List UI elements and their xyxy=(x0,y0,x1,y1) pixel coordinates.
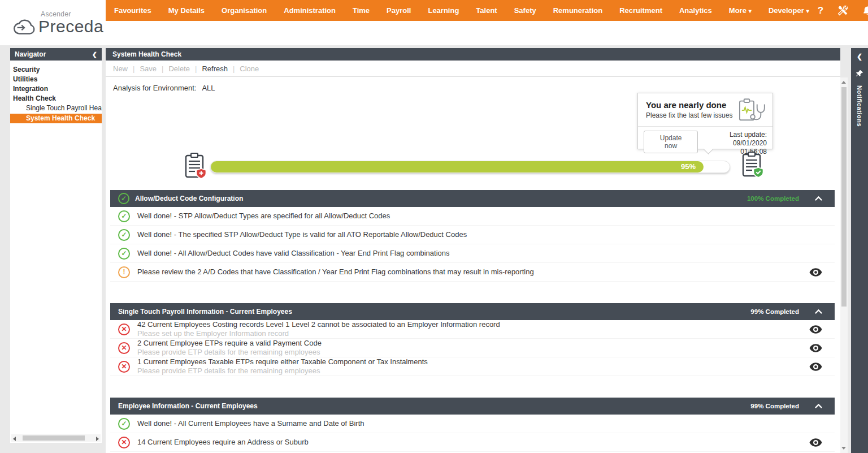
health-check-row: ✕1 Current Employees Taxable ETPs requir… xyxy=(110,357,835,376)
notifications-bell-icon[interactable] xyxy=(862,6,868,16)
scroll-up-arrow[interactable] xyxy=(840,79,848,86)
row-message: 2 Current Employee ETPs require a valid … xyxy=(137,339,322,348)
nav-item-talent[interactable]: Talent xyxy=(467,0,505,21)
row-text: Well done! - All Allow/Deduct Codes have… xyxy=(137,249,450,258)
navigator-header: Navigator ❮ xyxy=(10,48,102,61)
analysis-value: ALL xyxy=(202,84,215,92)
toolbar: New|Save|Delete|Refresh|Clone xyxy=(106,61,840,77)
section-header[interactable]: ✓Allow/Deduct Code Configuration100% Com… xyxy=(110,190,835,207)
nav-items: FavouritesMy DetailsOrganisationAdminist… xyxy=(106,0,818,21)
scroll-down-arrow[interactable] xyxy=(840,445,848,452)
health-check-row: ✓Well done! - STP Allow/Deduct Types are… xyxy=(110,207,835,226)
sidebar-item-utilities[interactable]: Utilities xyxy=(10,75,102,84)
nav-item-remuneration[interactable]: Remuneration xyxy=(545,0,611,21)
check-circle-icon: ✓ xyxy=(118,229,130,241)
row-text: 2 Current Employee ETPs require a valid … xyxy=(137,339,322,357)
tools-icon[interactable] xyxy=(837,5,848,16)
hscroll-thumb[interactable] xyxy=(23,435,85,441)
pin-icon[interactable] xyxy=(851,70,868,77)
row-message: Please review the 2 A/D Codes that have … xyxy=(137,268,534,277)
check-circle-icon: ✓ xyxy=(118,248,130,260)
row-message: 42 Current Employees Costing records Lev… xyxy=(137,320,500,329)
cloud-logo-icon xyxy=(12,18,37,38)
nav-item-my-details[interactable]: My Details xyxy=(160,0,213,21)
nav-item-organisation[interactable]: Organisation xyxy=(213,0,275,21)
view-details-eye-icon[interactable] xyxy=(809,438,822,447)
health-check-sections: ✓Allow/Deduct Code Configuration100% Com… xyxy=(110,190,835,453)
notifications-rail: ❮ Notifications xyxy=(851,48,868,453)
health-check-row: ✕42 Current Employees Costing records Le… xyxy=(110,320,835,339)
completed-badge: 99% Completed xyxy=(750,308,799,315)
section-title: Allow/Deduct Code Configuration xyxy=(135,195,243,202)
clipboard-healthy-icon xyxy=(741,150,764,180)
status-card: You are nearly done Please fix the last … xyxy=(637,93,773,149)
section-title: Single Touch Payroll Information - Curre… xyxy=(118,308,292,316)
chevron-down-icon: ▾ xyxy=(806,8,809,14)
nav-item-safety[interactable]: Safety xyxy=(506,0,545,21)
row-instruction: Please provide ETP details for the remai… xyxy=(137,348,322,357)
section-allow-deduct-code-configuration: ✓Allow/Deduct Code Configuration100% Com… xyxy=(110,190,835,282)
row-text: Please review the 2 A/D Codes that have … xyxy=(137,268,534,277)
new-button[interactable]: New xyxy=(113,64,128,73)
analysis-label: Analysis for Environment: xyxy=(113,84,196,92)
toolbar-separator: | xyxy=(195,64,197,73)
completed-badge: 99% Completed xyxy=(750,403,799,409)
toolbar-separator: | xyxy=(133,64,134,73)
chevron-down-icon: ▾ xyxy=(749,8,752,14)
sidebar-item-system-health-check[interactable]: System Health Check xyxy=(10,114,102,123)
scroll-right-arrow[interactable] xyxy=(94,434,101,442)
progress-percent-label: 95% xyxy=(681,162,696,171)
nav-item-learning[interactable]: Learning xyxy=(419,0,467,21)
view-details-eye-icon[interactable] xyxy=(809,344,822,352)
collapse-chevron-up-icon[interactable] xyxy=(815,404,822,408)
nav-item-recruitment[interactable]: Recruitment xyxy=(611,0,671,21)
collapse-chevron-up-icon[interactable] xyxy=(815,196,822,201)
row-text: 1 Current Employees Taxable ETPs require… xyxy=(137,357,428,376)
notifications-collapse-icon[interactable]: ❮ xyxy=(851,53,868,61)
collapse-chevron-up-icon[interactable] xyxy=(815,309,822,314)
toolbar-separator: | xyxy=(162,64,163,73)
toolbar-separator: | xyxy=(233,64,235,73)
update-now-button[interactable]: Update now xyxy=(644,131,698,153)
sidebar-item-health-check[interactable]: Health Check xyxy=(10,94,102,103)
row-message: Well done! - STP Allow/Deduct Types are … xyxy=(137,212,390,221)
health-check-stethoscope-icon xyxy=(739,97,768,126)
health-check-row: ✕2 Current Employee ETPs require a valid… xyxy=(110,339,835,357)
navigator-sidebar: Navigator ❮ SecurityUtilitiesIntegration… xyxy=(10,48,102,443)
health-check-row: !Please review the 2 A/D Codes that have… xyxy=(110,263,835,282)
section-title: Employee Information - Current Employees xyxy=(118,402,258,410)
row-message: Well done! - All Allow/Deduct Codes have… xyxy=(137,249,450,258)
content-body: Analysis for Environment:ALL You are nea… xyxy=(106,77,840,453)
check-circle-icon: ✓ xyxy=(118,418,130,430)
nav-dropdown-more[interactable]: More▾ xyxy=(721,0,760,21)
view-details-eye-icon[interactable] xyxy=(809,325,822,334)
view-details-eye-icon[interactable] xyxy=(809,363,822,371)
row-text: Well done! - STP Allow/Deduct Types are … xyxy=(137,212,390,221)
refresh-button[interactable]: Refresh xyxy=(202,64,228,73)
help-icon[interactable]: ? xyxy=(818,5,823,16)
section-header[interactable]: Employee Information - Current Employees… xyxy=(110,398,835,415)
notifications-tab[interactable]: Notifications xyxy=(856,85,863,127)
scroll-left-arrow[interactable] xyxy=(11,434,18,442)
sidebar-item-single-touch-payroll-health-check[interactable]: Single Touch Payroll Health Check xyxy=(10,103,102,113)
nav-item-favourites[interactable]: Favourites xyxy=(106,0,160,21)
clone-button[interactable]: Clone xyxy=(240,64,259,73)
navigator-collapse-icon[interactable]: ❮ xyxy=(92,48,97,61)
delete-button[interactable]: Delete xyxy=(168,64,190,73)
view-details-eye-icon[interactable] xyxy=(809,268,822,277)
sidebar-item-integration[interactable]: Integration xyxy=(10,84,102,94)
nav-item-payroll[interactable]: Payroll xyxy=(378,0,419,21)
nav-item-analytics[interactable]: Analytics xyxy=(671,0,721,21)
nav-item-administration[interactable]: Administration xyxy=(275,0,344,21)
section-header[interactable]: Single Touch Payroll Information - Curre… xyxy=(110,303,835,320)
vscroll-thumb[interactable] xyxy=(841,87,847,307)
error-circle-icon: ✕ xyxy=(118,361,130,373)
save-button[interactable]: Save xyxy=(140,64,157,73)
check-circle-icon: ✓ xyxy=(118,193,129,204)
progress-bar-track: 95% xyxy=(210,161,730,173)
main-content: System Health Check New|Save|Delete|Refr… xyxy=(106,48,840,453)
nav-dropdown-developer[interactable]: Developer▾ xyxy=(760,0,818,21)
row-text: 42 Current Employees Costing records Lev… xyxy=(137,320,500,338)
nav-item-time[interactable]: Time xyxy=(344,0,378,21)
sidebar-item-security[interactable]: Security xyxy=(10,65,102,75)
